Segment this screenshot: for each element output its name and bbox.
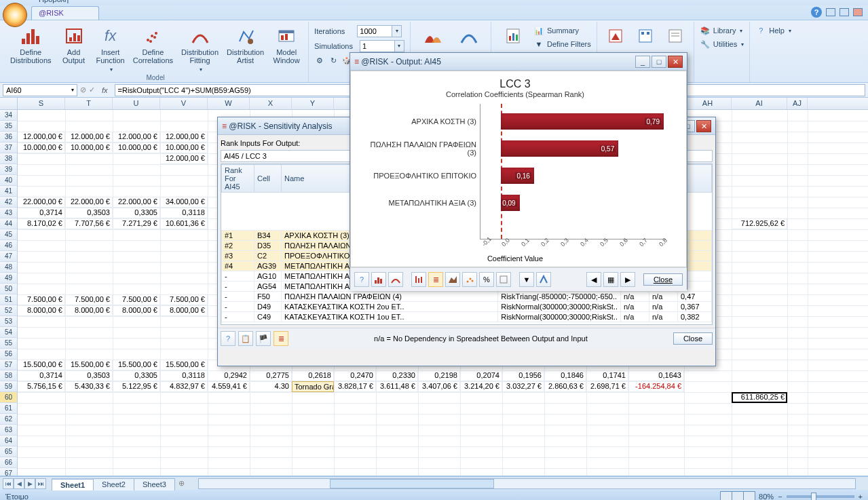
chart-prev-icon[interactable]: ◀ <box>586 272 601 287</box>
row-header[interactable]: 55 <box>0 338 18 349</box>
cell[interactable]: 4.832,97 € <box>160 381 208 392</box>
row-header[interactable]: 51 <box>0 294 18 305</box>
sens-close-button[interactable]: ✕ <box>696 120 711 132</box>
adv-3-button[interactable] <box>661 23 690 50</box>
cell[interactable]: 8.170,02 € <box>18 218 65 229</box>
fx-icon[interactable]: fx <box>98 86 112 94</box>
column-header[interactable]: S <box>18 98 65 109</box>
cell[interactable]: 0,3118 <box>160 208 208 218</box>
cell[interactable]: 5.122,95 € <box>113 381 160 392</box>
row-header[interactable]: 37 <box>0 142 18 153</box>
cell[interactable]: 22.000,00 € <box>113 197 160 208</box>
cell[interactable]: -164.254,84 € <box>628 381 684 392</box>
tab-nav-last[interactable]: ⏭ <box>35 478 46 489</box>
close-button[interactable] <box>853 8 863 16</box>
cell[interactable]: 12.000,00 € <box>160 132 208 142</box>
tab-nav-prev[interactable]: ◀ <box>14 478 24 489</box>
column-header[interactable]: T <box>65 98 113 109</box>
row-header[interactable]: 43 <box>0 208 18 218</box>
column-header[interactable]: V <box>160 98 208 109</box>
zoom-level[interactable]: 80% <box>759 493 774 500</box>
sens-copy-icon[interactable]: 📋 <box>238 331 253 346</box>
row-header[interactable]: 38 <box>0 153 18 164</box>
chart-filter-icon[interactable]: ▼ <box>519 272 534 287</box>
cell[interactable]: 10.000,00 € <box>113 142 160 153</box>
cell[interactable]: 3.032,27 € <box>502 381 544 392</box>
chart-help-icon[interactable]: ? <box>354 272 369 287</box>
row-header[interactable]: 42 <box>0 197 18 208</box>
name-box[interactable]: AI60▾ <box>3 84 77 96</box>
row-header[interactable]: 58 <box>0 370 18 381</box>
row-header[interactable]: 64 <box>0 436 18 446</box>
summary-button[interactable]: 📊Summary <box>532 24 592 37</box>
cell[interactable]: 0,3503 <box>65 370 113 381</box>
chart-close2-button[interactable]: Close <box>643 273 683 286</box>
ribbon-tab-6[interactable]: Προβολή <box>31 0 99 6</box>
row-header[interactable]: 48 <box>0 262 18 273</box>
cell[interactable]: 0,3305 <box>113 208 160 218</box>
library-button[interactable]: 📚Library▾ <box>698 24 745 37</box>
row-header[interactable]: 62 <box>0 414 18 425</box>
row-header[interactable]: 66 <box>0 457 18 468</box>
select-all-corner[interactable] <box>0 98 18 109</box>
chart-percent-icon[interactable]: % <box>479 272 494 287</box>
office-button[interactable] <box>3 3 27 27</box>
utilities-button[interactable]: 🔧Utilities▾ <box>698 38 745 50</box>
cell[interactable]: 0,2074 <box>460 370 502 381</box>
row-header[interactable]: 35 <box>0 121 18 132</box>
row-header[interactable]: 65 <box>0 446 18 457</box>
refresh-icon[interactable]: ↻ <box>328 55 339 66</box>
minimize-button[interactable] <box>826 8 835 16</box>
chart-hist-icon[interactable] <box>371 272 386 287</box>
row-header[interactable]: 67 <box>0 468 18 476</box>
cell[interactable]: 3.214,20 € <box>460 381 502 392</box>
add-output-button[interactable]: Add Output <box>56 23 92 66</box>
cell[interactable]: 0,1741 <box>586 370 628 381</box>
restore-button[interactable] <box>839 8 849 16</box>
zoom-in[interactable]: + <box>858 493 863 500</box>
cell[interactable]: 0,3503 <box>65 208 113 218</box>
row-header[interactable]: 40 <box>0 175 18 186</box>
define-filters-button[interactable]: ▼Define Filters <box>532 38 592 50</box>
cell[interactable]: 7.500,00 € <box>113 294 160 305</box>
cell[interactable]: 10.000,00 € <box>65 142 113 153</box>
cell[interactable]: 0,3118 <box>160 370 208 381</box>
cell[interactable]: 5.756,15 € <box>18 381 65 392</box>
row-header[interactable]: 36 <box>0 132 18 142</box>
column-header[interactable]: W <box>208 98 250 109</box>
cell[interactable]: 0,1846 <box>544 370 586 381</box>
selected-cell[interactable]: 611.860,25 € <box>732 392 787 403</box>
simulations-combo[interactable]: ▾ <box>360 40 404 52</box>
sens-row[interactable]: -C49ΚΑΤΑΣΚΕΥΑΣΤΙΚΑ ΚΟΣΤΗ 1ου ET..RiskNor… <box>222 312 712 322</box>
reports-button[interactable] <box>495 23 531 50</box>
cell[interactable]: 0,3714 <box>18 370 65 381</box>
cell[interactable]: 8.000,00 € <box>113 305 160 316</box>
cell[interactable]: 3.407,06 € <box>418 381 460 392</box>
chart-tornado-icon[interactable]: ≣ <box>428 272 443 287</box>
cell[interactable]: 8.000,00 € <box>160 305 208 316</box>
cell[interactable]: 4.30 <box>250 381 292 392</box>
sens-close2-button[interactable]: Close <box>673 332 713 345</box>
tab-nav-first[interactable]: ⏮ <box>3 478 14 489</box>
cell[interactable]: 22.000,00 € <box>65 197 113 208</box>
cell[interactable]: 7.707,56 € <box>65 218 113 229</box>
cell[interactable]: 7.500,00 € <box>18 294 65 305</box>
tab-nav-next[interactable]: ▶ <box>24 478 35 489</box>
distribution-fitting-button[interactable]: Distribution Fitting <box>178 23 222 76</box>
cell[interactable]: 15.500,00 € <box>18 360 65 370</box>
row-header[interactable]: 56 <box>0 349 18 360</box>
column-header[interactable]: X <box>250 98 292 109</box>
sheet-tab[interactable]: Sheet3 <box>134 478 175 491</box>
model-window-button[interactable]: Model Window <box>269 23 304 66</box>
cell[interactable]: 3.828,17 € <box>334 381 376 392</box>
chart-cum-icon[interactable] <box>388 272 403 287</box>
row-header[interactable]: 34 <box>0 110 18 121</box>
sens-tornado-icon[interactable]: ≣ <box>273 331 288 346</box>
start-sim-button[interactable] <box>415 23 450 50</box>
cell[interactable]: 7.500,00 € <box>65 294 113 305</box>
row-header[interactable]: 61 <box>0 403 18 414</box>
row-header[interactable]: 45 <box>0 229 18 240</box>
sens-row[interactable]: -D49ΚΑΤΑΣΚΕΥΑΣΤΙΚΑ ΚΟΣΤΗ 2ου ET..RiskNor… <box>222 302 712 312</box>
col-cell[interactable]: Cell <box>254 165 282 193</box>
cell[interactable]: 3.611,48 € <box>376 381 418 392</box>
